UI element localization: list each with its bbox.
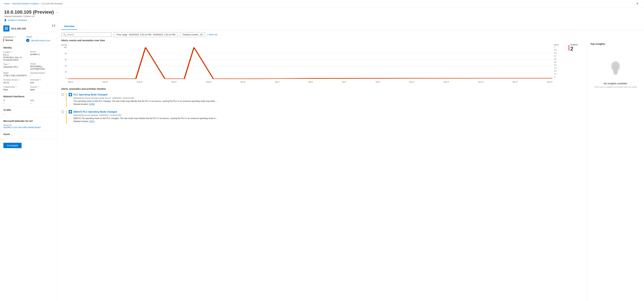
tab-overview[interactable]: Overview: [61, 23, 77, 30]
location-field: Location ⓘ Fa 1 | Production_line_4 | Pr…: [3, 51, 27, 61]
vendor-label: Vendor: [30, 63, 36, 65]
identity-title: Identity: [3, 46, 54, 49]
alerts-red-bar: [568, 45, 569, 50]
x-label-3: Aug 27: [172, 81, 177, 83]
alerts-badge: ALERTS 2: [566, 44, 583, 84]
owner-email[interactable]: alice@contoso.com: [31, 39, 50, 42]
breadcrumb-home[interactable]: Home: [4, 2, 10, 5]
top-bar: Home > Microsoft Sentinel | Incidents > …: [0, 0, 644, 8]
device-id-link[interactable]: dab39013-c310-4e1b-8f5f-cb94b618aa83: [3, 126, 41, 128]
authorized-label: Authorized: [30, 79, 39, 81]
vlans-title: VLANs: [3, 108, 54, 111]
alert-header-0: PLC Operating Mode Changed: [69, 93, 583, 96]
location-info-icon[interactable]: ⓘ: [11, 51, 13, 53]
alert-detected-1: Detected by Azure Sentinel 8/25/2022, 12…: [74, 114, 583, 116]
azure-section: Azure ⓘ: [0, 131, 57, 140]
y-right-0: 1: [554, 46, 566, 48]
owner-label: Owner: [26, 36, 32, 38]
search-box: 🔍: [61, 32, 112, 37]
alert-title-0[interactable]: PLC Operating Mode Changed: [74, 93, 108, 96]
x-label-13: Sep 17: [512, 81, 518, 83]
chart-section: Alerts, events and anomalies over time E…: [61, 39, 583, 84]
location-value: Fa 1 | Production_line_4 | ProcessContro…: [3, 54, 27, 61]
firmware-label: Firmware Version: [3, 79, 18, 81]
y-right-10: 0: [554, 76, 566, 78]
chart-main: Events 100 80 60 40 20 0: [61, 44, 552, 84]
importance-info-icon[interactable]: ⓘ: [14, 36, 16, 38]
identity-section: Identity Location ⓘ Fa 1 | Production_li…: [0, 44, 57, 93]
firmware-info-icon[interactable]: ⓘ: [18, 78, 20, 81]
authorized-value: true: [30, 81, 54, 84]
programming-info-icon[interactable]: ⓘ: [15, 86, 17, 88]
x-label-9: Sep 9: [376, 81, 380, 83]
events-label: Events: [61, 44, 67, 46]
guides-feedback-link[interactable]: 👤 Guides & Feedback: [4, 19, 640, 22]
alert-header-1: (MDIoT) PLC Operating Mode Changed: [69, 110, 583, 114]
type-field: Type ⓘ Industrial | PLC: [3, 63, 27, 70]
authorized-field: Authorized ⓘ true: [30, 78, 54, 84]
page-title-menu[interactable]: ···: [56, 10, 58, 14]
search-input[interactable]: [67, 33, 110, 36]
y-right-2: 0.8: [554, 52, 566, 54]
insights-title: Top insights: [590, 42, 605, 45]
alert-title-1[interactable]: (MDIoT) PLC Operating Mode Changed: [74, 110, 117, 113]
timeline-radio-0[interactable]: [61, 93, 64, 96]
page-header: 10.0.100.105 (Preview) ··· Selected work…: [0, 8, 644, 22]
y-right-7: 0.3: [554, 67, 566, 69]
chart-right-axis: Alerts 1 0.9 0.8 0.7 0.6 0.5 0.4 0.3 0.2: [552, 44, 566, 84]
more-button[interactable]: ∨ More (5): [207, 32, 217, 37]
model-field: Model 1756-L71/B LOGIX5571: [3, 72, 27, 77]
scanner-label: Scanner: [30, 86, 37, 88]
x-label-0: Aug 21: [68, 81, 74, 83]
authorized-info-icon[interactable]: ⓘ: [40, 78, 42, 81]
timeline-radio-1[interactable]: [61, 110, 64, 113]
page-title: 10.0.100.105 (Preview): [4, 10, 54, 15]
breadcrumb-current: 10.0.100.105 (Preview): [42, 2, 62, 5]
incident-link-1[interactable]: 87937: [89, 120, 94, 122]
programming-label: Programming: [3, 86, 14, 88]
type-value: Industrial | PLC: [3, 66, 27, 68]
y-left-5: 0: [61, 77, 67, 79]
investigate-button[interactable]: Investigate: [3, 143, 22, 148]
alert-border-1: [66, 110, 67, 124]
collapse-button[interactable]: ❮❮: [52, 24, 56, 27]
alert-detected-0: Detected by Azure Security Center for Io…: [74, 97, 583, 99]
entity-header: 10.0.100.105: [0, 23, 57, 34]
right-panel: Overview 🔍 Time range : 8/20/2022, 3:52:…: [57, 23, 644, 301]
os-field: Operating System --: [30, 72, 54, 77]
breadcrumb-sentinel[interactable]: Microsoft Sentinel | Incidents: [12, 2, 38, 5]
alert-border-0: [66, 93, 67, 107]
network-fields: IP -- MAC --: [3, 100, 54, 104]
no-insights-icon: [607, 59, 624, 80]
sensor-label: Sensor: [30, 51, 36, 53]
x-label-14: Sep 19: [547, 81, 552, 83]
y-right-6: 0.4: [554, 64, 566, 66]
time-range-button[interactable]: Time range : 8/20/2022, 3:52:23 PM - 9/1…: [114, 32, 178, 37]
ip-value: --: [3, 102, 27, 104]
svg-rect-5: [6, 28, 7, 29]
importance-item: Importance ⓘ Normal: [3, 36, 16, 42]
programming-field: Programming ⓘ false: [3, 86, 27, 91]
x-label-12: Sep 15: [478, 81, 484, 83]
alerts-count-value: 2: [570, 46, 578, 52]
incident-link-0[interactable]: 87858: [89, 103, 94, 106]
y-right-8: 0.2: [554, 70, 566, 72]
scanner-info-icon[interactable]: ⓘ: [38, 86, 40, 88]
svg-rect-2: [6, 28, 6, 28]
azure-info-icon[interactable]: ⓘ: [10, 134, 12, 136]
timeline-content-button[interactable]: Timeline content : All: [180, 32, 205, 37]
close-button[interactable]: ✕: [634, 1, 640, 6]
os-value: --: [30, 74, 54, 77]
content-area: Alerts, events and anomalies over time E…: [57, 39, 587, 301]
svg-rect-17: [614, 74, 617, 74]
x-label-10: Sep 11: [409, 81, 414, 83]
breadcrumb-sep1: >: [10, 2, 12, 5]
type-info-icon[interactable]: ⓘ: [8, 63, 10, 65]
content-insights-row: Alerts, events and anomalies over time E…: [57, 39, 644, 301]
defender-section: Microsoft Defender for IoT Device ID dab…: [0, 118, 57, 131]
alert-incident-0: Related incident: 87858: [74, 103, 583, 106]
timeline-content-0: PLC Operating Mode Changed Detected by A…: [69, 93, 583, 106]
ip-label: IP: [3, 100, 5, 102]
svg-rect-16: [614, 72, 618, 74]
scanner-field: Scanner ⓘ false: [30, 86, 54, 91]
